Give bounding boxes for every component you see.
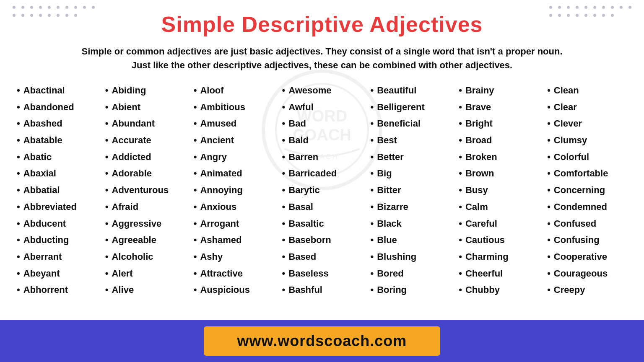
list-item: •Adorable [105,165,185,182]
bullet-icon: • [105,234,109,246]
dot [567,14,570,17]
bullet-icon: • [282,151,286,163]
word-text: Addicted [112,151,151,163]
word-text: Confused [554,217,596,230]
bullet-icon: • [282,167,286,180]
bullet-icon: • [547,201,551,213]
bullet-icon: • [194,251,197,263]
bullet-icon: • [194,184,197,197]
list-item: •Better [370,149,450,165]
word-text: Ambitious [200,101,245,114]
list-item: •Aggressive [105,215,185,232]
dot [21,14,24,17]
word-text: Basal [288,201,313,213]
list-item: •Agreeable [105,232,185,248]
word-column-7: •Clean•Clear•Clever•Clumsy•Colorful•Comf… [543,82,631,298]
bullet-icon: • [17,251,20,263]
word-text: Careful [465,217,497,230]
dot [549,6,552,9]
bullet-icon: • [282,117,286,130]
word-text: Barricaded [288,167,337,180]
list-item: •Ambitious [194,99,274,116]
word-text: Ashamed [200,234,242,246]
bullet-icon: • [17,167,20,180]
bullet-icon: • [547,184,551,197]
bullet-icon: • [547,101,551,114]
list-item: •Abducting [17,232,97,248]
list-item: •Amused [194,115,274,132]
bullet-icon: • [105,151,109,163]
word-text: Clear [554,101,577,114]
list-item: •Abandoned [17,99,97,116]
word-text: Animated [200,167,242,180]
word-text: Baseless [288,267,328,280]
bullet-icon: • [459,117,462,130]
word-text: Angry [200,151,227,163]
bullet-icon: • [459,234,462,246]
dots-top-left [13,6,95,17]
word-text: Abhorrent [23,284,68,296]
bullet-icon: • [105,117,109,130]
dot [83,6,86,9]
list-item: •Bright [459,115,539,132]
word-text: Alert [112,267,133,280]
word-column-6: •Brainy•Brave•Bright•Broad•Broken•Brown•… [454,82,543,298]
bullet-icon: • [194,284,197,296]
list-item: •Alcoholic [105,248,185,265]
list-item: •Abatic [17,149,97,165]
bullet-icon: • [17,101,20,114]
list-item: •Chubby [459,282,539,298]
word-text: Basaltic [288,217,324,230]
word-text: Abashed [23,117,62,130]
word-text: Busy [465,184,488,197]
word-text: Baseborn [288,234,331,246]
footer-bar: www.wordscoach.com [0,320,644,362]
bullet-icon: • [370,284,374,296]
list-item: •Courageous [547,265,627,282]
list-item: •Comfortable [547,165,627,182]
list-item: •Anxious [194,199,274,215]
word-text: Best [377,134,397,147]
bullet-icon: • [194,101,197,114]
word-text: Better [377,151,404,163]
list-item: •Careful [459,215,539,232]
dot [57,6,60,9]
list-item: •Confused [547,215,627,232]
word-text: Ancient [200,134,234,147]
list-item: •Broad [459,132,539,149]
list-item: •Bitter [370,182,450,199]
bullet-icon: • [17,201,20,213]
list-item: •Baseless [282,265,362,282]
word-text: Calm [465,201,488,213]
bullet-icon: • [370,217,374,230]
list-item: •Brainy [459,82,539,99]
list-item: •Charming [459,248,539,265]
word-text: Beautiful [377,84,416,97]
list-item: •Blushing [370,248,450,265]
bullet-icon: • [105,284,109,296]
bullet-icon: • [459,101,462,114]
bullet-icon: • [547,267,551,280]
word-text: Bald [288,134,309,147]
dot [620,6,623,9]
list-item: •Abeyant [17,265,97,282]
word-text: Belligerent [377,101,425,114]
word-text: Bad [288,117,306,130]
word-text: Accurate [112,134,151,147]
bullet-icon: • [370,267,374,280]
list-item: •Arrogant [194,215,274,232]
word-text: Abandoned [23,101,74,114]
word-text: Arrogant [200,217,239,230]
dot [628,6,631,9]
bullet-icon: • [370,201,374,213]
list-item: •Abiding [105,82,185,99]
list-item: •Angry [194,149,274,165]
list-item: •Big [370,165,450,182]
bullet-icon: • [459,184,462,197]
bullet-icon: • [17,84,20,97]
word-text: Charming [465,251,509,263]
word-text: Abactinal [23,84,65,97]
bullet-icon: • [370,117,374,130]
word-text: Based [288,251,316,263]
list-item: •Busy [459,182,539,199]
